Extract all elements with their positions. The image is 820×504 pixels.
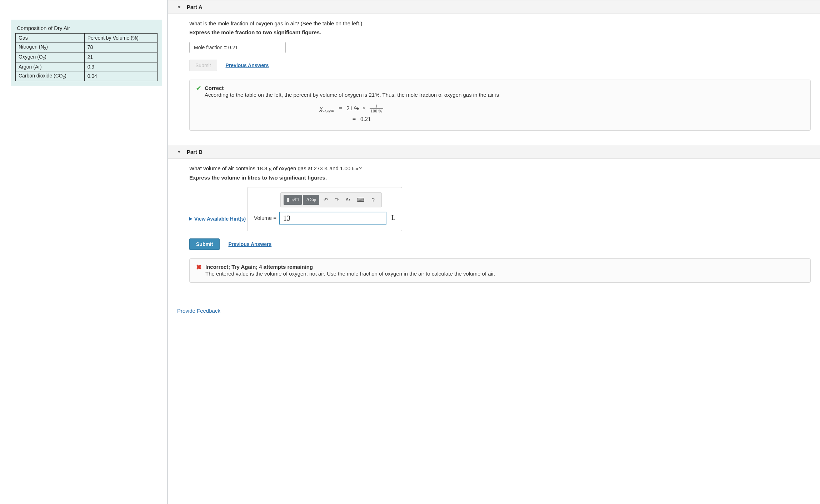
part-a-previous-answers-link[interactable]: Previous Answers [226,62,269,68]
part-b-header[interactable]: ▼ Part B [168,145,820,159]
pct-cell: 78 [84,42,157,52]
unit-label: L [391,214,395,222]
composition-table: Gas Percent by Volume (%) Nitrogen (N2) … [15,33,158,81]
redo-button[interactable]: ↷ [331,195,342,205]
greek-button[interactable]: ΑΣφ [303,195,319,205]
feedback-equation: χoxygen = 21 % × 1100 % = 0.21 [205,104,499,124]
part-a-instruction: Express the mole fraction to two signifi… [189,29,811,35]
keyboard-button[interactable]: ⌨ [354,195,368,205]
answer-input-box: ▮□√□ ΑΣφ ↶ ↷ ↻ ⌨ ? Volume = 13 L [247,187,402,231]
feedback-title: Incorrect; Try Again; 4 attempts remaini… [205,264,495,270]
feedback-text: The entered value is the volume of oxyge… [205,270,495,278]
part-b-previous-answers-link[interactable]: Previous Answers [228,241,271,247]
cross-icon: ✖ [196,264,202,271]
check-icon: ✔ [196,85,201,92]
table-header-pct: Percent by Volume (%) [84,34,157,42]
answer-label: Volume = [254,215,276,221]
part-a-title: Part A [187,4,202,10]
pct-cell: 0.04 [84,71,157,81]
provide-feedback-link[interactable]: Provide Feedback [168,297,820,314]
left-pane: Composition of Dry Air Gas Percent by Vo… [0,0,168,504]
part-a-submit-button: Submit [189,60,217,71]
part-b-submit-button[interactable]: Submit [189,238,220,250]
part-b-instruction: Express the volume in litres to two sign… [189,175,811,181]
caret-down-icon: ▼ [177,5,181,9]
view-hints-link[interactable]: ▶ View Available Hint(s) [189,216,246,222]
table-caption: Composition of Dry Air [15,24,158,33]
table-row: Oxygen (O2) 21 [16,52,158,62]
feedback-title: Correct [205,85,499,91]
pct-cell: 21 [84,52,157,62]
part-a-question: What is the mole fraction of oxygen gas … [189,20,811,26]
table-row: Nitrogen (N2) 78 [16,42,158,52]
table-row: Carbon dioxide (CO2) 0.04 [16,71,158,81]
pct-cell: 0.9 [84,62,157,71]
table-header-gas: Gas [16,34,85,42]
caret-down-icon: ▼ [177,150,181,154]
gas-cell: Carbon dioxide (CO2) [16,71,85,81]
reset-button[interactable]: ↻ [342,195,354,205]
part-a-feedback: ✔ Correct According to the table on the … [189,80,811,131]
templates-button[interactable]: ▮□√□ [284,195,302,205]
part-b-title: Part B [187,149,202,155]
undo-button[interactable]: ↶ [320,195,331,205]
table-row: Argon (Ar) 0.9 [16,62,158,71]
part-b-body: What volume of air contains 18.3 g of ox… [168,159,820,297]
part-a-answer: Mole fraction = 0.21 [189,42,286,53]
equation-toolbar: ▮□√□ ΑΣφ ↶ ↷ ↻ ⌨ ? [280,192,382,207]
right-pane: ▼ Part A What is the mole fraction of ox… [168,0,820,504]
part-b-question: What volume of air contains 18.3 g of ox… [189,165,811,172]
gas-cell: Nitrogen (N2) [16,42,85,52]
part-b-feedback: ✖ Incorrect; Try Again; 4 attempts remai… [189,258,811,283]
part-a-header[interactable]: ▼ Part A [168,0,820,14]
help-button[interactable]: ? [368,195,379,205]
composition-table-wrap: Composition of Dry Air Gas Percent by Vo… [11,20,162,86]
caret-right-icon: ▶ [189,216,192,221]
gas-cell: Argon (Ar) [16,62,85,71]
part-a-body: What is the mole fraction of oxygen gas … [168,14,820,145]
volume-input[interactable]: 13 [279,212,386,225]
feedback-text: According to the table on the left, the … [205,92,499,98]
gas-cell: Oxygen (O2) [16,52,85,62]
